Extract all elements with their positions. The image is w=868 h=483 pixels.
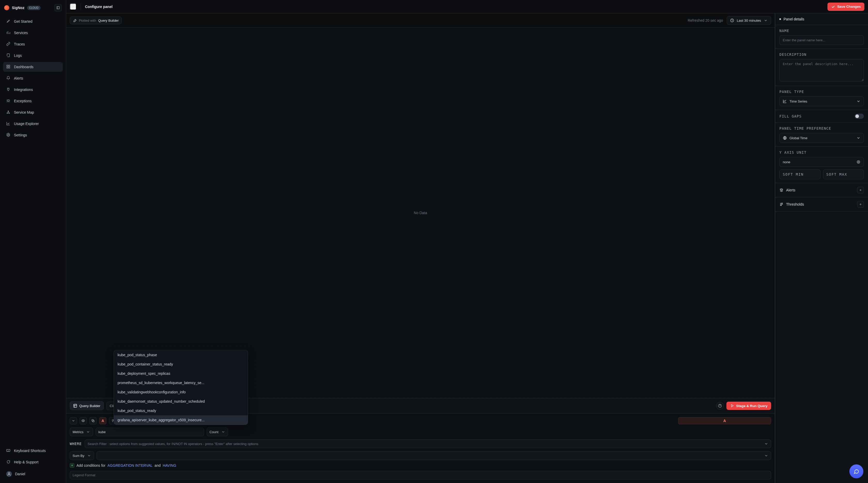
aggregation-conditions[interactable]: + Add conditions for AGGREGATION INTERVA… <box>70 463 771 468</box>
sidebar-item-profile[interactable]: Daniel <box>3 469 63 479</box>
sidebar-item-alerts[interactable]: Alerts <box>3 73 63 83</box>
help-button[interactable] <box>716 402 724 410</box>
sidebar-item-service-map[interactable]: Service Map <box>3 107 63 117</box>
topbar: Configure panel Save Changes <box>66 0 868 13</box>
section-alerts-header: Alerts <box>775 183 868 197</box>
query-letter-chip: A <box>99 417 106 424</box>
section-thresholds-header: Thresholds <box>775 197 868 212</box>
aggregation-value: Count <box>210 430 219 434</box>
y-axis-unit-select[interactable]: none <box>779 157 864 167</box>
sidebar-item-dashboards[interactable]: Dashboards <box>3 62 63 72</box>
time-pref-label: PANEL TIME PREFERENCE <box>779 126 864 130</box>
chevron-down-icon <box>221 430 225 434</box>
no-data-text: No Data <box>414 211 427 215</box>
pen-icon <box>72 18 77 23</box>
where-placeholder: Search Filter : select options from sugg… <box>88 442 258 446</box>
groupby-select[interactable]: Sum By <box>70 451 94 460</box>
sidebar-collapse-button[interactable] <box>55 4 62 11</box>
section-name: NAME <box>775 25 868 49</box>
svg-point-6 <box>7 113 8 114</box>
soft-max[interactable]: SOFT MAX <box>823 169 864 179</box>
sidebar-item-help[interactable]: Help & Support <box>3 457 63 467</box>
fill-gaps-toggle[interactable] <box>855 114 864 119</box>
save-button[interactable]: Save Changes <box>828 3 864 11</box>
autocomplete-option[interactable]: kube_validatingwebhookconfiguration_info <box>114 387 248 397</box>
alerts-collapsible[interactable]: Alerts <box>779 188 796 192</box>
where-filter-input[interactable]: Search Filter : select options from sugg… <box>85 439 771 448</box>
y-axis-unit-value: none <box>783 160 790 164</box>
chevron-down-icon <box>857 99 861 103</box>
datasource-value: Metrics <box>72 430 84 434</box>
aggregation-select[interactable]: Count <box>207 427 228 436</box>
close-button[interactable] <box>70 3 76 10</box>
autocomplete-option[interactable]: grafana_apiserver_kube_aggregator_x509_i… <box>114 415 248 425</box>
autocomplete-option[interactable]: kube_daemonset_status_updated_number_sch… <box>114 397 248 406</box>
stack-icon <box>779 188 783 192</box>
chevron-down-icon <box>764 18 768 23</box>
plus-icon <box>859 202 862 206</box>
sidebar-item-settings[interactable]: Settings <box>3 130 63 140</box>
section-y-axis-unit: Y AXIS UNIT none SOFT MIN SOFT MAX <box>775 147 868 183</box>
brand-logo <box>4 5 9 10</box>
tab-query-builder[interactable]: Query Builder <box>70 401 104 410</box>
svg-rect-3 <box>8 67 10 68</box>
toggle-visibility-button[interactable] <box>80 417 87 424</box>
panel-name-input[interactable] <box>779 35 864 45</box>
svg-rect-4 <box>7 67 8 68</box>
query-input-row: kube_pod_status_phasekube_pod_container_… <box>70 427 771 436</box>
sidebar-bottom: Keyboard Shortcuts Help & Support Daniel <box>3 446 63 479</box>
autocomplete-option[interactable]: kube_deployment_spec_replicas <box>114 369 248 378</box>
soft-min[interactable]: SOFT MIN <box>779 169 820 179</box>
add-threshold-button[interactable] <box>857 201 864 208</box>
svg-rect-13 <box>74 404 77 407</box>
autocomplete-option[interactable]: kube_pod_container_status_ready <box>114 359 248 369</box>
run-query-button[interactable]: Stage & Run Query <box>726 401 771 410</box>
svg-point-9 <box>8 134 9 135</box>
plus-icon <box>859 188 862 192</box>
time-pref-select[interactable]: Global Time <box>779 133 864 143</box>
duplicate-query-button[interactable] <box>89 417 97 424</box>
sidebar-item-shortcuts[interactable]: Keyboard Shortcuts <box>3 446 63 456</box>
sidebar-item-label: Get Started <box>14 20 33 24</box>
thresholds-collapsible[interactable]: Thresholds <box>779 202 804 206</box>
section-description: DESCRIPTION <box>775 49 868 86</box>
close-icon <box>72 5 74 9</box>
sidebar-item-logs[interactable]: Logs <box>3 51 63 60</box>
support-fab[interactable] <box>849 464 863 478</box>
panel-description-input[interactable] <box>779 59 864 82</box>
chart-icon <box>6 121 11 126</box>
legend-format-input[interactable] <box>70 471 771 479</box>
query-actions: Stage & Run Query <box>716 401 771 410</box>
add-condition-icon: + <box>70 463 74 468</box>
time-range-dropdown[interactable]: Last 30 minutes <box>727 16 771 25</box>
autocomplete-option-label: grafana_apiserver_kube_aggregator_x509_i… <box>118 418 205 422</box>
sidebar-item-label: Usage Explorer <box>14 122 39 126</box>
autocomplete-option[interactable]: kube_pod_status_phase <box>114 350 248 359</box>
datasource-select[interactable]: Metrics <box>70 427 93 436</box>
question-icon <box>718 404 722 408</box>
sidebar-item-exceptions[interactable]: Exceptions <box>3 96 63 106</box>
autocomplete-option[interactable]: prometheus_sd_kubernetes_workqueue_laten… <box>114 378 248 387</box>
agg-and: and <box>154 463 160 468</box>
section-panel-type: PANEL TYPE Time Series <box>775 86 868 110</box>
sidebar-item-get-started[interactable]: Get Started <box>3 17 63 26</box>
autocomplete-option[interactable]: kube_pod_status_ready <box>114 406 248 415</box>
sidebar-item-traces[interactable]: Traces <box>3 39 63 49</box>
chat-icon <box>6 460 11 464</box>
run-query-label: Stage & Run Query <box>736 404 768 408</box>
sidebar-item-label: Dashboards <box>14 65 34 69</box>
thresholds-title: Thresholds <box>786 202 804 206</box>
panel-type-select[interactable]: Time Series <box>779 96 864 106</box>
metric-input[interactable] <box>96 428 204 436</box>
sidebar-item-services[interactable]: Services <box>3 28 63 38</box>
svg-rect-1 <box>7 65 8 66</box>
time-range-label: Last 30 minutes <box>737 19 761 23</box>
add-alert-button[interactable] <box>857 187 864 193</box>
svg-point-20 <box>782 203 782 204</box>
sidebar-item-label: Services <box>14 31 28 35</box>
sidebar-item-integrations[interactable]: Integrations <box>3 85 63 95</box>
agg-interval: AGGREGATION INTERVAL <box>107 463 152 468</box>
sidebar-item-usage-explorer[interactable]: Usage Explorer <box>3 119 63 129</box>
groupby-values[interactable] <box>97 451 771 460</box>
collapse-query-button[interactable] <box>70 417 77 424</box>
